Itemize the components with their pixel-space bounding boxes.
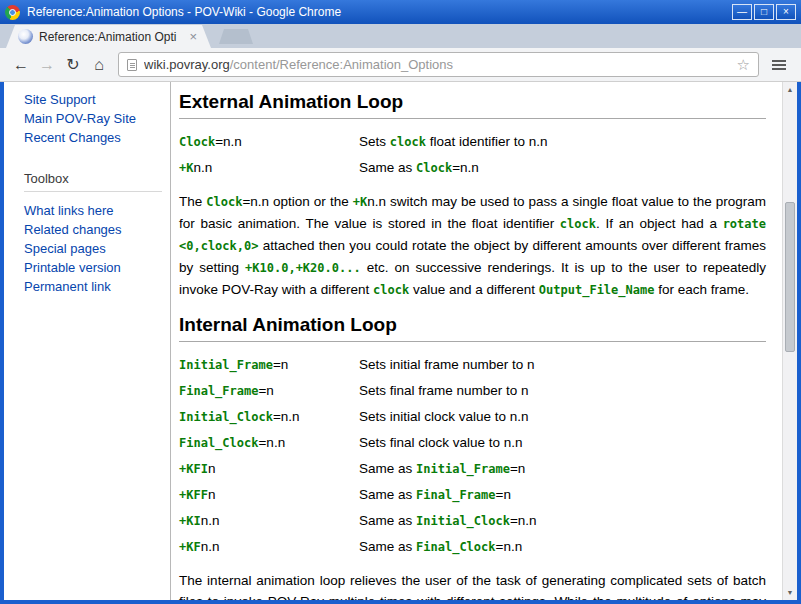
close-button[interactable]: × bbox=[776, 4, 796, 20]
option-term: +KIn.n bbox=[179, 508, 359, 534]
option-term: Final_Frame=n bbox=[179, 378, 359, 404]
toolbox-heading: Toolbox bbox=[24, 171, 162, 192]
text-run: . If an object had a bbox=[596, 216, 723, 231]
paragraph: The Clock=n.n option or the +Kn.n switch… bbox=[179, 191, 766, 301]
article-content: External Animation LoopClock=n.nSets clo… bbox=[170, 82, 782, 600]
reload-button[interactable]: ↻ bbox=[60, 52, 86, 78]
window-title: Reference:Animation Options - POV-Wiki -… bbox=[27, 5, 730, 19]
text-run: value and a different bbox=[409, 282, 539, 297]
toolbox-link-related-changes[interactable]: Related changes bbox=[24, 220, 170, 239]
inline-code: +KFF bbox=[179, 488, 208, 502]
inline-code: Clock bbox=[179, 135, 215, 149]
inline-code: Clock bbox=[416, 161, 452, 175]
option-desc: Same as Clock=n.n bbox=[359, 155, 479, 181]
browser-window: Reference:Animation Options - POV-Wiki -… bbox=[0, 0, 801, 604]
text-run: n bbox=[208, 461, 216, 476]
toolbox-link-permanent-link[interactable]: Permanent link bbox=[24, 277, 170, 296]
window-titlebar[interactable]: Reference:Animation Options - POV-Wiki -… bbox=[0, 0, 801, 24]
sidebar-link-recent-changes[interactable]: Recent Changes bbox=[24, 128, 170, 147]
inline-code: clock bbox=[560, 217, 596, 231]
option-row: +KFFnSame as Final_Frame=n bbox=[179, 482, 766, 508]
home-button[interactable]: ⌂ bbox=[86, 52, 112, 78]
text-run: Sets final frame number to n bbox=[359, 383, 529, 398]
sidebar-link-site-support[interactable]: Site Support bbox=[24, 90, 170, 109]
option-term: +KFn.n bbox=[179, 534, 359, 560]
scrollbar-thumb[interactable] bbox=[785, 202, 795, 352]
tab-strip: Reference:Animation Opti × bbox=[0, 24, 801, 48]
bookmark-star-icon[interactable]: ☆ bbox=[737, 56, 750, 74]
povray-favicon-icon bbox=[18, 29, 33, 44]
inline-code: +K10.0,+K20.0... bbox=[245, 261, 361, 275]
inline-code: Initial_Frame bbox=[416, 462, 510, 476]
inline-code: Final_Clock bbox=[179, 436, 258, 450]
new-tab-button[interactable] bbox=[219, 29, 253, 44]
text-run: =n bbox=[258, 383, 273, 398]
option-term: Initial_Clock=n.n bbox=[179, 404, 359, 430]
option-row: +Kn.nSame as Clock=n.n bbox=[179, 155, 766, 181]
option-desc: Sets final frame number to n bbox=[359, 378, 529, 404]
toolbox-link-special-pages[interactable]: Special pages bbox=[24, 239, 170, 258]
scroll-up-icon[interactable]: ▲ bbox=[783, 82, 797, 97]
minimize-button[interactable]: — bbox=[732, 4, 752, 20]
forward-button[interactable]: → bbox=[34, 52, 60, 78]
sidebar-nav-list: Site SupportMain POV-Ray SiteRecent Chan… bbox=[24, 90, 170, 147]
option-term: Initial_Frame=n bbox=[179, 352, 359, 378]
option-desc: Same as Final_Clock=n.n bbox=[359, 534, 522, 560]
sidebar: Site SupportMain POV-Ray SiteRecent Chan… bbox=[4, 82, 170, 600]
back-button[interactable]: ← bbox=[8, 52, 34, 78]
chrome-logo-icon bbox=[5, 5, 20, 20]
inline-code: Final_Clock bbox=[416, 540, 495, 554]
toolbox-link-what-links-here[interactable]: What links here bbox=[24, 201, 170, 220]
text-run: n.n bbox=[201, 513, 220, 528]
text-run: Sets initial clock value to n.n bbox=[359, 409, 529, 424]
text-run: =n bbox=[496, 487, 511, 502]
inline-code: +KI bbox=[179, 514, 201, 528]
tab-reference-animation-options[interactable]: Reference:Animation Opti × bbox=[6, 25, 211, 48]
toolbox-link-printable-version[interactable]: Printable version bbox=[24, 258, 170, 277]
option-desc: Sets final clock value to n.n bbox=[359, 430, 523, 456]
menu-button[interactable] bbox=[765, 52, 793, 78]
text-run: float identifier to n.n bbox=[426, 134, 548, 149]
text-run: =n.n bbox=[258, 435, 285, 450]
option-desc: Sets initial frame number to n bbox=[359, 352, 535, 378]
option-row: +KFInSame as Initial_Frame=n bbox=[179, 456, 766, 482]
text-run: Sets initial frame number to n bbox=[359, 357, 535, 372]
option-desc: Same as Initial_Clock=n.n bbox=[359, 508, 537, 534]
tab-close-icon[interactable]: × bbox=[189, 30, 197, 43]
text-run: =n bbox=[273, 357, 288, 372]
tab-title: Reference:Animation Opti bbox=[39, 30, 183, 44]
paragraph: The internal animation loop relieves the… bbox=[179, 570, 766, 600]
hamburger-icon bbox=[772, 60, 786, 62]
url-domain: wiki.povray.org bbox=[144, 57, 230, 72]
text-run: n.n bbox=[193, 160, 212, 175]
text-run: Same as bbox=[359, 539, 416, 554]
text-run: Same as bbox=[359, 160, 416, 175]
text-run: n.n bbox=[201, 539, 220, 554]
url-path: /content/Reference:Animation_Options bbox=[230, 57, 453, 72]
browser-toolbar: ← → ↻ ⌂ wiki.povray.org/content/Referenc… bbox=[0, 48, 801, 82]
option-term: +KFIn bbox=[179, 456, 359, 482]
section-heading-internal-animation-loop: Internal Animation Loop bbox=[179, 313, 766, 342]
url-text: wiki.povray.org/content/Reference:Animat… bbox=[144, 57, 737, 72]
text-run: n bbox=[208, 487, 216, 502]
sidebar-link-main-pov-ray-site[interactable]: Main POV-Ray Site bbox=[24, 109, 170, 128]
maximize-button[interactable]: □ bbox=[754, 4, 774, 20]
text-run: =n.n bbox=[510, 513, 537, 528]
inline-code: Initial_Clock bbox=[179, 410, 273, 424]
option-row: Clock=n.nSets clock float identifier to … bbox=[179, 129, 766, 155]
text-run: =n.n bbox=[215, 134, 242, 149]
vertical-scrollbar[interactable]: ▲ ▼ bbox=[782, 82, 797, 600]
text-run: The bbox=[179, 194, 206, 209]
address-bar[interactable]: wiki.povray.org/content/Reference:Animat… bbox=[118, 52, 759, 77]
page-viewport: Site SupportMain POV-Ray SiteRecent Chan… bbox=[4, 82, 797, 600]
toolbox-list: What links hereRelated changesSpecial pa… bbox=[24, 201, 170, 296]
page-icon bbox=[127, 59, 137, 71]
option-row: Final_Frame=nSets final frame number to … bbox=[179, 378, 766, 404]
inline-code: clock bbox=[373, 283, 409, 297]
option-desc: Sets clock float identifier to n.n bbox=[359, 129, 547, 155]
scroll-down-icon[interactable]: ▼ bbox=[783, 585, 797, 600]
option-list: Initial_Frame=nSets initial frame number… bbox=[179, 352, 766, 560]
option-row: Final_Clock=n.nSets final clock value to… bbox=[179, 430, 766, 456]
inline-code: +KF bbox=[179, 540, 201, 554]
inline-code: clock bbox=[390, 135, 426, 149]
